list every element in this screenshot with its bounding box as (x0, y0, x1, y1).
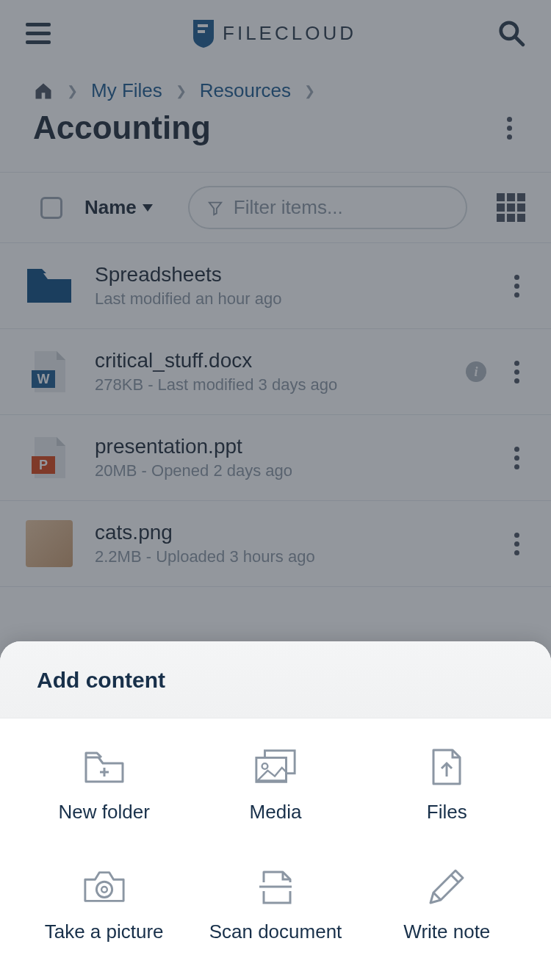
file-meta: Last modified an hour ago (95, 289, 486, 309)
action-label: Files (427, 801, 467, 824)
action-scan-document[interactable]: Scan document (193, 868, 357, 943)
sheet-actions: New folder Media Files Take a picture Sc (0, 718, 551, 980)
sheet-title: Add content (0, 641, 551, 718)
search-icon[interactable] (497, 19, 525, 47)
brand-text: FILECLOUD (223, 22, 356, 45)
svg-text:W: W (37, 372, 50, 386)
camera-icon (82, 868, 126, 906)
title-row: Accounting (0, 102, 551, 172)
breadcrumb: ❯ My Files ❯ Resources ❯ (0, 66, 551, 102)
chevron-right-icon: ❯ (304, 83, 315, 99)
file-name: cats.png (95, 521, 486, 544)
folder-icon (26, 262, 73, 309)
action-new-folder[interactable]: New folder (22, 748, 186, 824)
svg-point-12 (96, 882, 112, 897)
grid-view-toggle[interactable] (497, 193, 525, 222)
pencil-icon (425, 868, 469, 906)
home-icon[interactable] (33, 81, 54, 101)
action-label: Media (250, 801, 302, 824)
action-files[interactable]: Files (365, 748, 529, 824)
menu-button[interactable] (26, 23, 51, 44)
select-all-checkbox[interactable] (40, 197, 62, 219)
chevron-down-icon (143, 204, 153, 212)
page-more-button[interactable] (501, 111, 518, 145)
filter-input[interactable]: Filter items... (188, 186, 467, 229)
action-label: Scan document (209, 920, 342, 943)
chevron-right-icon: ❯ (67, 83, 78, 99)
sort-label: Name (84, 196, 137, 219)
item-more-button[interactable] (508, 441, 525, 475)
breadcrumb-link-myfiles[interactable]: My Files (91, 79, 162, 102)
file-meta: 2.2MB - Uploaded 3 hours ago (95, 547, 486, 566)
action-label: Write note (403, 920, 490, 943)
file-name: presentation.ppt (95, 435, 486, 458)
svg-line-1 (515, 37, 523, 45)
filter-icon (207, 200, 223, 216)
item-more-button[interactable] (508, 527, 525, 561)
add-content-sheet: Add content New folder Media Files Take … (0, 641, 551, 980)
action-write-note[interactable]: Write note (365, 868, 529, 943)
new-folder-icon (82, 748, 126, 786)
list-item[interactable]: W critical_stuff.docx 278KB - Last modif… (0, 329, 551, 415)
app-header: FILECLOUD (0, 0, 551, 66)
ppt-icon: P (26, 434, 73, 481)
svg-line-15 (451, 875, 458, 882)
item-more-button[interactable] (508, 355, 525, 389)
docx-icon: W (26, 348, 73, 395)
chevron-right-icon: ❯ (176, 83, 187, 99)
action-take-picture[interactable]: Take a picture (22, 868, 186, 943)
file-name: critical_stuff.docx (95, 349, 444, 372)
action-label: New folder (59, 801, 150, 824)
action-media[interactable]: Media (193, 748, 357, 824)
media-icon (253, 748, 298, 786)
list-item[interactable]: Spreadsheets Last modified an hour ago (0, 243, 551, 329)
svg-text:P: P (39, 458, 48, 472)
info-icon[interactable]: i (466, 361, 486, 382)
svg-point-13 (101, 887, 107, 893)
list-item[interactable]: cats.png 2.2MB - Uploaded 3 hours ago (0, 501, 551, 587)
scan-icon (253, 868, 298, 906)
list-controls: Name Filter items... (0, 172, 551, 243)
filter-placeholder: Filter items... (234, 196, 343, 219)
file-name: Spreadsheets (95, 263, 486, 287)
list-item[interactable]: P presentation.ppt 20MB - Opened 2 days … (0, 415, 551, 501)
breadcrumb-link-resources[interactable]: Resources (200, 79, 291, 102)
file-meta: 278KB - Last modified 3 days ago (95, 375, 444, 394)
action-label: Take a picture (45, 920, 164, 943)
file-list: Spreadsheets Last modified an hour ago W… (0, 243, 551, 587)
sort-button[interactable]: Name (84, 196, 153, 219)
logo-shield-icon (192, 18, 215, 48)
file-meta: 20MB - Opened 2 days ago (95, 461, 486, 480)
item-more-button[interactable] (508, 269, 525, 303)
page-title: Accounting (33, 109, 211, 146)
brand-logo: FILECLOUD (192, 18, 356, 48)
svg-line-16 (433, 893, 441, 900)
upload-file-icon (425, 748, 469, 786)
image-thumbnail (26, 520, 73, 567)
